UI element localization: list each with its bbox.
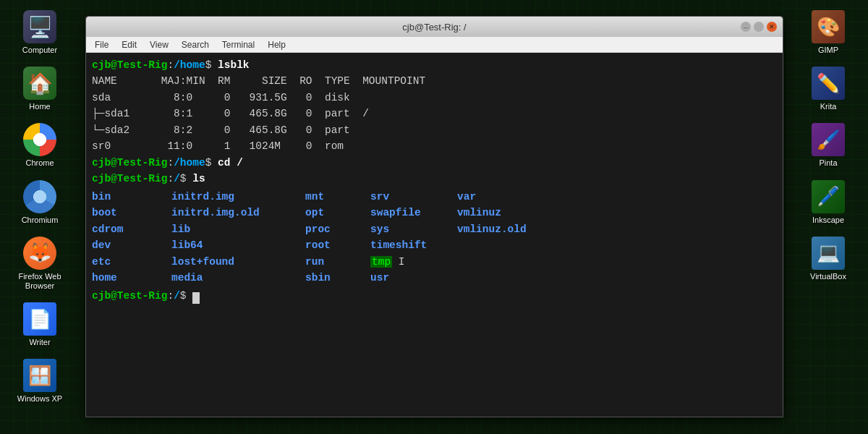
ls-item-empty3 [457,270,566,286]
menu-help[interactable]: Help [262,38,292,51]
cursor-text: I [399,256,405,268]
prompt-dollar-2: $ [205,157,218,169]
prompt-colon-final: : [167,290,174,302]
chromium-icon [23,180,56,213]
ls-item-proc: proc [305,221,370,237]
virtualbox-icon-label: VirtualBox [810,272,846,281]
menu-terminal[interactable]: Terminal [216,38,260,51]
sidebar-item-pinta[interactable]: 🖌️ Pinta [796,119,861,172]
cmd-ls: ls [192,173,205,184]
sidebar-item-chrome[interactable]: Chrome [7,119,72,172]
lsblk-row-sr0: sr0 11:0 1 1024M 0 rom [92,138,777,154]
virtualbox-icon: 💻 [812,237,845,270]
ls-item-root: root [305,237,370,253]
menu-view[interactable]: View [144,38,174,51]
ls-item-mnt: mnt [305,189,370,205]
ls-item-var: var [457,189,566,205]
ls-item-media: media [171,270,305,286]
prompt-colon-3: : [167,173,174,184]
prompt-path-1: /home [174,59,205,71]
sidebar-item-inkscape[interactable]: 🖊️ Inkscape [796,176,861,229]
pinta-icon: 🖌️ [812,123,845,156]
sidebar-item-chromium[interactable]: Chromium [7,176,72,229]
krita-icon: ✏️ [812,67,845,100]
chromium-icon-label: Chromium [22,216,59,225]
ls-item-cdrom: cdrom [92,221,171,237]
lsblk-header: NAME MAJ:MIN RM SIZE RO TYPE MOUNTPOINT [92,73,777,89]
titlebar-controls: – □ ✕ [741,22,777,32]
ls-item-home: home [92,270,171,286]
ls-item-run: run [305,254,370,270]
ls-item-swapfile: swapfile [370,205,457,221]
sidebar-item-firefox[interactable]: 🦊 Firefox WebBrowser [7,232,72,295]
prompt-path-2: /home [174,157,205,169]
cmd-lsblk: lsblk [218,59,250,71]
ls-item-opt: opt [305,205,370,221]
prompt-colon-2: : [167,157,174,169]
computer-icon-label: Computer [22,46,57,55]
gimp-icon: 🎨 [812,10,845,43]
terminal-cursor [192,292,200,304]
ls-item-empty1 [457,237,566,253]
close-button[interactable]: ✕ [767,22,777,32]
ls-item-sbin: sbin [305,270,370,286]
computer-icon: 🖥️ [23,10,56,43]
terminal-window: cjb@Test-Rig: / – □ ✕ File Edit View Sea… [85,16,783,417]
prompt-colon-1: : [167,59,174,71]
prompt-dollar-3: $ [180,173,192,184]
prompt-user-2: cjb@Test-Rig [92,157,167,169]
terminal-menubar: File Edit View Search Terminal Help [86,37,783,53]
terminal-line-3: cjb@Test-Rig:/$ ls [92,171,777,187]
ls-item-etc: etc [92,254,171,270]
inkscape-icon: 🖊️ [812,180,845,213]
writer-icon-label: Writer [29,338,50,347]
terminal-titlebar: cjb@Test-Rig: / – □ ✕ [86,17,783,37]
prompt-user-3: cjb@Test-Rig [92,173,167,184]
firefox-icon: 🦊 [23,237,56,270]
writer-icon: 📄 [23,302,56,336]
krita-icon-label: Krita [820,102,837,111]
ls-item-bin: bin [92,189,171,205]
terminal-line-final: cjb@Test-Rig:/$ [92,288,777,304]
sidebar-item-writer[interactable]: 📄 Writer [7,298,72,352]
maximize-button[interactable]: □ [754,22,764,32]
menu-search[interactable]: Search [176,38,215,51]
ls-item-lost-found: lost+found [171,254,305,270]
sidebar-item-winxp[interactable]: 🪟 Windows XP [7,354,72,408]
prompt-path-3: / [174,173,180,184]
winxp-icon-label: Windows XP [17,394,62,404]
cmd-cd: cd / [218,157,243,169]
ls-item-vmlinuz-old: vmlinuz.old [457,221,566,237]
desktop-icons-right: 🎨 GIMP ✏️ Krita 🖌️ Pinta 🖊️ Inkscape 💻 V… [788,0,868,434]
prompt-user-1: cjb@Test-Rig [92,59,167,71]
prompt-path-final: / [174,290,180,302]
chrome-icon [23,123,56,156]
pinta-icon-label: Pinta [819,158,837,168]
sidebar-item-computer[interactable]: 🖥️ Computer [7,6,72,59]
firefox-icon-label: Firefox WebBrowser [18,272,61,291]
ls-item-empty2 [457,254,566,270]
gimp-icon-label: GIMP [818,46,838,55]
ls-item-tmp: tmp [370,256,392,268]
ls-item-sys: sys [370,221,457,237]
terminal-line-1: cjb@Test-Rig:/home$ lsblk [92,57,777,73]
ls-item-tmp-cell: tmp I [370,254,457,270]
window-title: cjb@Test-Rig: / [128,22,741,33]
ls-item-boot: boot [92,205,171,221]
ls-item-lib64: lib64 [171,237,305,253]
sidebar-item-virtualbox[interactable]: 💻 VirtualBox [796,232,861,286]
ls-item-usr: usr [370,270,457,286]
sidebar-item-gimp[interactable]: 🎨 GIMP [796,6,861,59]
ls-output: bin initrd.img mnt srv var boot initrd.i… [92,189,777,286]
sidebar-item-krita[interactable]: ✏️ Krita [796,62,861,116]
lsblk-row-sda1: ├─sda1 8:1 0 465.8G 0 part / [92,106,777,122]
minimize-button[interactable]: – [741,22,751,32]
terminal-body[interactable]: cjb@Test-Rig:/home$ lsblk NAME MAJ:MIN R… [86,53,783,417]
sidebar-item-home[interactable]: 🏠 Home [7,62,72,116]
lsblk-row-sda2: └─sda2 8:2 0 465.8G 0 part [92,122,777,138]
ls-item-initrd-old: initrd.img.old [171,205,305,221]
menu-file[interactable]: File [89,38,114,51]
lsblk-row-sda: sda 8:0 0 931.5G 0 disk [92,90,777,106]
ls-item-initrd: initrd.img [171,189,305,205]
menu-edit[interactable]: Edit [116,38,142,51]
